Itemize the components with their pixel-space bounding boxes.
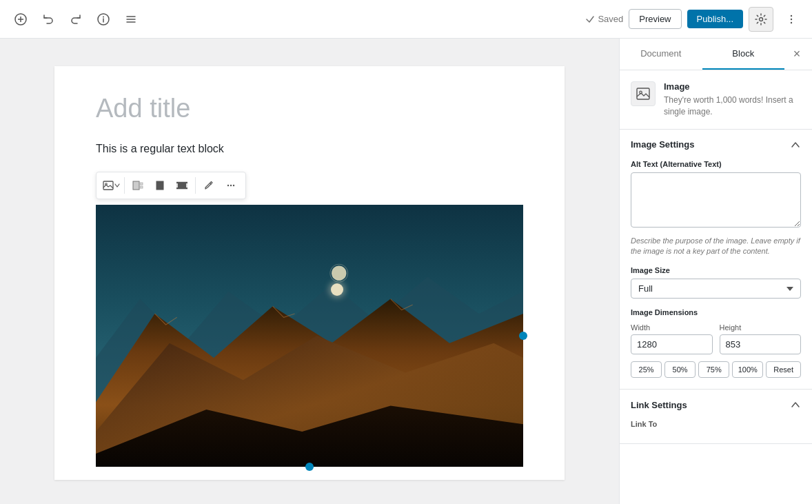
svg-point-25 — [233, 184, 234, 185]
image-icon — [103, 180, 114, 191]
tab-block[interactable]: Block — [702, 39, 785, 70]
sidebar-close-button[interactable]: × — [784, 42, 809, 67]
percent-75-button[interactable]: 75% — [698, 361, 729, 378]
height-input[interactable] — [720, 334, 802, 354]
link-settings-section: Link Settings Link To — [620, 390, 812, 444]
svg-rect-15 — [133, 181, 139, 190]
post-title[interactable]: Add title — [96, 94, 523, 123]
resize-handle-bottom[interactable] — [305, 463, 314, 471]
svg-rect-19 — [176, 182, 187, 189]
height-label: Height — [720, 323, 802, 332]
saved-indicator: Saved — [585, 14, 623, 24]
reset-button[interactable]: Reset — [766, 361, 801, 378]
svg-line-22 — [210, 183, 212, 184]
more-options-button[interactable] — [779, 7, 804, 32]
tab-document[interactable]: Document — [620, 39, 702, 70]
percent-25-button[interactable]: 25% — [631, 361, 662, 378]
image-wrapper — [96, 205, 523, 467]
image-settings-section: Image Settings Alt Text (Alternative Tex… — [620, 130, 812, 390]
saved-text: Saved — [598, 14, 623, 24]
svg-rect-20 — [176, 183, 178, 188]
image-size-group: Image Size Thumbnail Medium Large Full — [631, 266, 801, 299]
block-toolbar — [96, 172, 246, 199]
chevron-up-icon-2 — [790, 399, 801, 410]
svg-rect-13 — [103, 181, 113, 190]
sidebar-content: Image They're worth 1,000 words! Insert … — [620, 70, 812, 504]
width-input[interactable] — [631, 334, 713, 354]
image-size-label: Image Size — [631, 266, 801, 274]
chevron-up-icon — [790, 139, 801, 150]
resize-handle-right[interactable] — [519, 332, 527, 340]
mountain-illustration — [96, 205, 523, 467]
top-bar-right: Saved Preview Publish... — [585, 7, 804, 32]
align-center-icon — [154, 181, 165, 190]
align-left-icon — [132, 181, 143, 190]
pencil-icon — [204, 181, 214, 190]
block-icon — [631, 81, 656, 106]
top-bar-left — [8, 7, 143, 32]
add-block-button[interactable] — [8, 7, 33, 32]
svg-point-9 — [760, 17, 763, 21]
publish-button[interactable]: Publish... — [687, 10, 743, 28]
preview-button[interactable]: Preview — [629, 9, 681, 29]
svg-point-11 — [791, 18, 792, 19]
alt-text-hint: Describe the purpose of the image. Leave… — [631, 236, 801, 257]
percent-100-button[interactable]: 100% — [732, 361, 763, 378]
settings-button[interactable] — [749, 7, 773, 32]
align-wide-button[interactable] — [172, 175, 192, 196]
svg-point-23 — [227, 184, 229, 185]
svg-point-12 — [791, 21, 792, 23]
align-left-button[interactable] — [128, 175, 148, 196]
image-block-icon — [636, 87, 650, 101]
editor-image — [96, 205, 523, 467]
dimensions-grid: Width Height — [631, 323, 801, 354]
image-dimensions-label: Image Dimensions — [631, 308, 801, 316]
svg-point-5 — [103, 16, 104, 17]
image-dimensions-group: Image Dimensions Width Height — [631, 308, 801, 378]
main-area: Add title This is a regular text block — [0, 39, 812, 504]
moon — [331, 283, 343, 296]
link-settings-label: Link Settings — [631, 400, 687, 410]
alt-text-label: Alt Text (Alternative Text) — [631, 160, 801, 168]
svg-rect-17 — [140, 186, 143, 188]
editor-area: Add title This is a regular text block — [0, 39, 619, 504]
svg-rect-18 — [156, 181, 163, 190]
svg-point-27 — [332, 265, 346, 280]
undo-button[interactable] — [36, 7, 61, 32]
percent-50-button[interactable]: 50% — [664, 361, 696, 378]
image-settings-label: Image Settings — [631, 139, 694, 150]
ellipsis-vertical-icon — [785, 13, 798, 26]
image-settings-toggle[interactable]: Image Settings — [620, 130, 812, 160]
align-wide-icon — [176, 181, 187, 190]
block-name: Image — [664, 81, 801, 92]
width-label: Width — [631, 323, 713, 332]
right-sidebar: Document Block × Image They're worth 1,0… — [619, 39, 812, 504]
block-description: They're worth 1,000 words! Insert a sing… — [664, 94, 801, 118]
info-button[interactable] — [91, 7, 116, 32]
redo-button[interactable] — [63, 7, 88, 32]
check-icon — [585, 14, 595, 24]
image-icon-button[interactable] — [101, 175, 121, 196]
block-more-options-button[interactable] — [221, 175, 241, 196]
image-size-select[interactable]: Thumbnail Medium Large Full — [631, 279, 801, 299]
link-to-label: Link To — [631, 420, 801, 428]
svg-rect-16 — [140, 183, 143, 185]
block-info-text: Image They're worth 1,000 words! Insert … — [664, 81, 801, 118]
image-settings-body: Alt Text (Alternative Text) Describe the… — [620, 160, 812, 390]
tools-button[interactable] — [119, 7, 143, 32]
sidebar-header: Document Block × — [620, 39, 812, 70]
link-settings-toggle[interactable]: Link Settings — [620, 390, 812, 420]
svg-point-24 — [230, 184, 232, 185]
ellipsis-horizontal-icon — [226, 181, 236, 190]
toolbar-divider — [124, 177, 125, 194]
edit-button[interactable] — [199, 175, 219, 196]
link-settings-body: Link To — [620, 420, 812, 443]
alt-text-input[interactable] — [631, 172, 801, 228]
block-info: Image They're worth 1,000 words! Insert … — [620, 70, 812, 130]
align-center-button[interactable] — [150, 175, 170, 196]
svg-rect-21 — [186, 183, 187, 188]
editor-content: Add title This is a regular text block — [54, 66, 565, 480]
toolbar-divider-2 — [195, 177, 196, 194]
text-block[interactable]: This is a regular text block — [96, 140, 523, 158]
gear-icon — [755, 13, 767, 26]
